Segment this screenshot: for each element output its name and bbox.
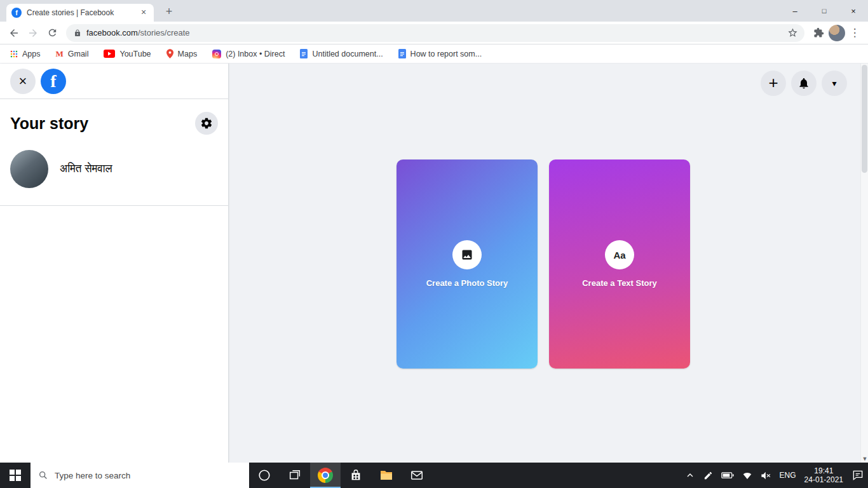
extensions-button[interactable] bbox=[810, 24, 827, 42]
google-docs-icon bbox=[300, 49, 308, 58]
browser-tab[interactable]: f Create stories | Facebook × bbox=[6, 4, 154, 22]
tray-network-icon[interactable] bbox=[742, 471, 752, 480]
apps-grid-icon bbox=[10, 50, 18, 58]
browser-menu-button[interactable]: ⋮ bbox=[846, 26, 863, 39]
cortana-icon bbox=[257, 468, 271, 482]
windows-taskbar: Type here to search bbox=[0, 463, 868, 488]
page-title: Your story bbox=[10, 114, 88, 133]
text-story-icon: Aa bbox=[613, 250, 625, 261]
window-controls: – □ × bbox=[780, 0, 868, 22]
gear-icon bbox=[200, 117, 213, 130]
plus-icon: + bbox=[768, 74, 778, 91]
bookmark-apps[interactable]: Apps bbox=[10, 50, 41, 58]
bookmark-label: Untitled document... bbox=[312, 50, 383, 58]
photo-icon bbox=[461, 248, 473, 261]
youtube-icon bbox=[104, 50, 115, 58]
bookmark-gmail[interactable]: M Gmail bbox=[56, 49, 89, 59]
close-story-creator-button[interactable]: × bbox=[10, 69, 36, 94]
window-close-button[interactable]: × bbox=[839, 0, 868, 22]
taskbar-chrome-button[interactable] bbox=[310, 463, 341, 488]
chrome-icon bbox=[318, 468, 333, 483]
forward-arrow-icon bbox=[27, 27, 39, 39]
user-avatar bbox=[10, 150, 48, 188]
reload-button[interactable] bbox=[43, 24, 61, 42]
action-center-icon bbox=[851, 469, 864, 482]
facebook-create-story-page: × f Your story अमित सेमवाल + bbox=[0, 64, 868, 463]
reload-icon bbox=[47, 27, 58, 38]
desktop: f Create stories | Facebook × + – □ × fa… bbox=[0, 0, 868, 488]
bookmark-instagram-inbox[interactable]: (2) Inbox • Direct bbox=[212, 50, 285, 58]
browser-toolbar: facebook.com/stories/create ⋮ bbox=[0, 22, 868, 44]
header-actions: + ▾ bbox=[761, 71, 847, 96]
window-minimize-button[interactable]: – bbox=[780, 0, 810, 22]
notifications-button[interactable] bbox=[791, 71, 817, 96]
bookmark-label: Apps bbox=[22, 50, 41, 58]
taskbar-clock[interactable]: 19:41 24-01-2021 bbox=[804, 466, 843, 484]
divider bbox=[0, 205, 228, 206]
close-icon: × bbox=[19, 74, 27, 88]
photo-icon-circle bbox=[452, 240, 482, 269]
card-label: Create a Photo Story bbox=[426, 278, 508, 288]
window-maximize-button[interactable]: □ bbox=[810, 0, 839, 22]
search-placeholder: Type here to search bbox=[55, 471, 130, 480]
facebook-favicon-icon: f bbox=[11, 8, 22, 18]
story-settings-button[interactable] bbox=[195, 112, 218, 135]
tab-close-icon[interactable]: × bbox=[139, 8, 149, 18]
account-menu-button[interactable]: ▾ bbox=[822, 71, 847, 96]
microsoft-store-icon bbox=[349, 468, 363, 482]
create-text-story-card[interactable]: Aa Create a Text Story bbox=[549, 159, 690, 369]
puzzle-icon bbox=[813, 27, 824, 38]
story-author-row[interactable]: अमित सेमवाल bbox=[0, 150, 228, 188]
new-tab-button[interactable]: + bbox=[161, 4, 177, 20]
bookmarks-bar: Apps M Gmail YouTube Maps (2) Inbox • Di… bbox=[0, 44, 868, 64]
taskbar-mail-button[interactable] bbox=[402, 463, 432, 488]
url-path: /stories/create bbox=[138, 28, 190, 37]
taskbar-store-button[interactable] bbox=[341, 463, 371, 488]
action-center-button[interactable] bbox=[851, 469, 864, 482]
text-icon-circle: Aa bbox=[605, 240, 634, 269]
sidebar-title-row: Your story bbox=[0, 112, 228, 135]
tray-volume-muted-icon[interactable] bbox=[761, 471, 771, 480]
tray-show-hidden-icons-button[interactable] bbox=[685, 470, 695, 480]
search-icon bbox=[38, 470, 48, 480]
browser-tab-strip: f Create stories | Facebook × + – □ × bbox=[0, 0, 868, 22]
story-sidebar: × f Your story अमित सेमवाल bbox=[0, 64, 229, 463]
clock-date: 24-01-2021 bbox=[804, 475, 843, 484]
task-view-icon bbox=[288, 468, 302, 482]
tray-battery-icon[interactable] bbox=[721, 471, 734, 480]
mail-icon bbox=[410, 468, 424, 482]
browser-profile-avatar[interactable] bbox=[829, 25, 845, 41]
bookmark-untitled-document[interactable]: Untitled document... bbox=[300, 49, 383, 58]
clock-time: 19:41 bbox=[804, 466, 843, 475]
story-type-cards: Create a Photo Story Aa Create a Text St… bbox=[397, 159, 690, 369]
forward-button[interactable] bbox=[24, 24, 42, 42]
card-label: Create a Text Story bbox=[582, 278, 657, 288]
scrollbar-thumb[interactable] bbox=[862, 65, 867, 173]
create-photo-story-card[interactable]: Create a Photo Story bbox=[397, 159, 538, 369]
page-scrollbar[interactable]: ▼ bbox=[860, 64, 868, 463]
bookmark-label: Gmail bbox=[68, 50, 89, 58]
facebook-logo[interactable]: f bbox=[41, 69, 66, 94]
taskbar-file-explorer-button[interactable] bbox=[371, 463, 402, 488]
bookmark-label: How to report som... bbox=[410, 50, 482, 58]
scrollbar-down-arrow[interactable]: ▼ bbox=[861, 456, 868, 462]
instagram-icon bbox=[212, 50, 221, 58]
address-bar[interactable]: facebook.com/stories/create bbox=[66, 24, 804, 42]
bookmark-maps[interactable]: Maps bbox=[166, 49, 198, 58]
create-button[interactable]: + bbox=[761, 71, 786, 96]
start-button[interactable] bbox=[0, 463, 31, 488]
bell-icon bbox=[797, 77, 810, 90]
bookmark-how-to-report[interactable]: How to report som... bbox=[398, 49, 482, 58]
chevron-up-icon bbox=[685, 470, 695, 480]
bookmark-star-icon[interactable] bbox=[787, 27, 798, 38]
sidebar-header: × f bbox=[0, 64, 228, 99]
taskbar-search-box[interactable]: Type here to search bbox=[31, 463, 249, 488]
task-view-button[interactable] bbox=[280, 463, 310, 488]
bookmark-youtube[interactable]: YouTube bbox=[104, 50, 151, 58]
back-button[interactable] bbox=[5, 24, 23, 42]
lock-icon bbox=[74, 29, 81, 37]
tray-pen-icon[interactable] bbox=[703, 471, 713, 480]
url-text: facebook.com/stories/create bbox=[86, 28, 782, 37]
language-indicator[interactable]: ENG bbox=[780, 471, 796, 480]
cortana-button[interactable] bbox=[249, 463, 280, 488]
